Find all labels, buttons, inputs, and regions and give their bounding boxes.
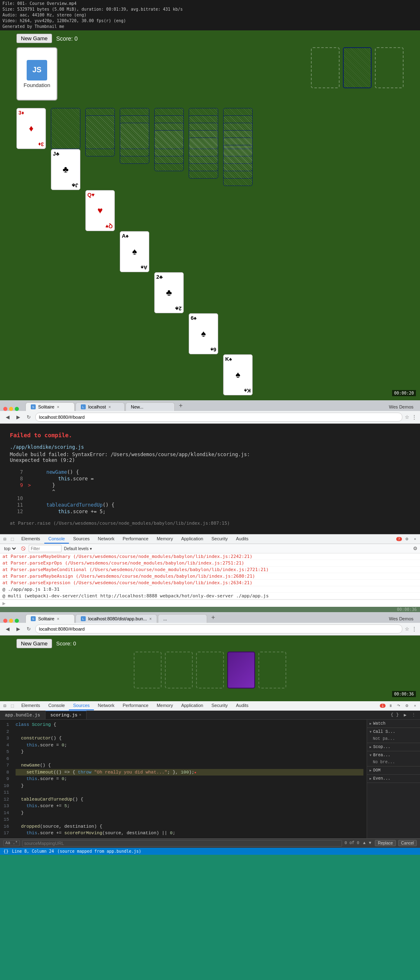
devtools-tab-memory-1[interactable]: Memory (153, 535, 177, 544)
devtools2-tab-memory[interactable]: Memory (153, 701, 177, 710)
minimize-window-button[interactable] (9, 407, 13, 411)
settings-button-1[interactable]: ⋮ (412, 414, 417, 420)
search-options[interactable]: Aa .* (3, 840, 20, 846)
sources-more-button[interactable]: ⋮ (410, 711, 418, 718)
devtools2-settings-button[interactable]: ⚙ (404, 702, 410, 709)
close-window-button-2[interactable] (3, 619, 7, 623)
sources-tab-app-bundle[interactable]: app.bundle.js (0, 711, 46, 719)
new-tab-button-2[interactable]: + (208, 614, 218, 623)
maximize-window-button[interactable] (15, 407, 19, 411)
forward-button-2[interactable]: ▶ (14, 625, 22, 633)
devtools-tab-application-1[interactable]: Application (177, 535, 208, 544)
console-filter-input[interactable] (29, 545, 62, 552)
devtools-inspect-button-2[interactable]: ⬚ (9, 702, 16, 709)
minimize-window-button-2[interactable] (9, 619, 13, 623)
console-input[interactable] (7, 601, 418, 606)
code-editor[interactable]: class Scoring { constructor() { this.sco… (12, 720, 367, 838)
devtools2-step-button[interactable]: ↷ (395, 702, 402, 709)
tableau-col-2: J♣ ♣ J♣ (51, 108, 83, 395)
settings-button-2[interactable]: ⋮ (412, 626, 417, 632)
devtools-tab-security-1[interactable]: Security (207, 535, 232, 544)
search-prev-button[interactable]: ▲ (362, 840, 367, 846)
card-K-spades[interactable]: K♠ ♠ K♠ (223, 354, 253, 395)
devtools2-tab-console[interactable]: Console (44, 701, 69, 710)
clear-console-button[interactable]: 🚫 (20, 545, 26, 552)
devtools2-close-button[interactable]: × (412, 702, 418, 709)
devtools-dock-button-2[interactable]: ⊟ (2, 702, 8, 709)
console-settings-button[interactable]: ⚙ (413, 546, 418, 551)
js-foundation-card[interactable]: JS Foundation (16, 47, 57, 101)
address-bar-2[interactable]: localhost:8080/#/board (35, 624, 402, 633)
search-input-sources[interactable] (22, 840, 342, 847)
back-button-2[interactable]: ◀ (3, 625, 11, 633)
tab-close-localhost[interactable]: × (108, 405, 111, 409)
rp-watch-header[interactable]: ▶ Watch (367, 720, 420, 728)
tab-new-1[interactable]: New... (126, 402, 175, 411)
tab-solitaire-1[interactable]: S Solitaire × (25, 402, 75, 411)
sources-format-button[interactable]: { } (389, 711, 401, 718)
rp-dom-header[interactable]: ▶ DOM (367, 767, 420, 774)
devtools-dock-button[interactable]: ⊟ (2, 536, 8, 542)
devtools-tab-audits-1[interactable]: Audits (232, 535, 253, 544)
rp-call-stack-header[interactable]: ▼ Call S... (367, 728, 420, 736)
profile-button-1[interactable]: Wes Demos (386, 403, 417, 411)
card-2-clubs[interactable]: 2♣ ♣ 2♣ (154, 272, 184, 313)
cancel-search-button[interactable]: Cancel (398, 840, 417, 846)
card-back-col2[interactable] (51, 108, 80, 149)
tab-close-solitaire[interactable]: × (57, 405, 59, 409)
tab-close-solitaire-2[interactable]: × (57, 617, 59, 621)
bookmark-button-2[interactable]: ☆ (405, 626, 409, 632)
devtools2-tab-network[interactable]: Network (94, 701, 119, 710)
replace-button[interactable]: Replace (375, 840, 396, 846)
devtools2-pause-button[interactable]: ⏸ (387, 702, 394, 709)
card-J-clubs[interactable]: J♣ ♣ J♣ (51, 149, 80, 190)
game2-card-purple[interactable] (227, 652, 255, 689)
tab-localhost-1[interactable]: L localhost × (75, 402, 125, 411)
address-bar-1[interactable]: localhost:8080/#/board (35, 413, 402, 422)
rp-breakpoints-header[interactable]: ▼ Brea... (367, 751, 420, 759)
profile-button-2[interactable]: Wes Demos (386, 615, 417, 623)
close-window-button[interactable] (3, 407, 7, 411)
back-button-1[interactable]: ◀ (3, 413, 11, 421)
sources-tab-scoring[interactable]: scoring.js × (46, 711, 87, 719)
devtools-tab-sources-1[interactable]: Sources (69, 535, 94, 544)
tab-solitaire-2[interactable]: S Solitaire × (25, 614, 75, 623)
card-Q-hearts[interactable]: Q♥ ♥ Q♥ (85, 190, 115, 231)
new-game-button-1[interactable]: New Game (16, 34, 52, 43)
refresh-button-2[interactable]: ↻ (25, 625, 33, 633)
new-game-button-2[interactable]: New Game (16, 639, 52, 648)
tab-extra-2[interactable]: ... (158, 614, 207, 623)
refresh-button-1[interactable]: ↻ (25, 413, 33, 421)
rp-scope-header[interactable]: ▶ Scop... (367, 743, 420, 751)
forward-button-1[interactable]: ▶ (14, 413, 22, 421)
devtools-close-button[interactable]: × (412, 536, 418, 542)
sources-tab-close-scoring[interactable]: × (79, 713, 81, 717)
devtools-tab-console[interactable]: Console (44, 535, 69, 544)
tab-close-localhost-2[interactable]: × (149, 617, 152, 621)
context-selector[interactable]: top (2, 546, 17, 551)
devtools2-tab-security[interactable]: Security (207, 701, 232, 710)
sources-run-button[interactable]: ▶ (402, 711, 408, 718)
bookmark-button-1[interactable]: ☆ (405, 414, 409, 420)
search-next-button[interactable]: ▼ (368, 840, 372, 846)
maximize-window-button-2[interactable] (15, 619, 19, 623)
devtools-settings-button[interactable]: ⚙ (404, 536, 410, 542)
devtools2-tab-sources[interactable]: Sources (69, 701, 94, 710)
devtools2-tab-elements[interactable]: Elements (17, 701, 44, 710)
tab-localhost-2[interactable]: L localhost:8080/dist/app.bun... × (75, 614, 157, 623)
rp-event-listeners-header[interactable]: ▶ Even... (367, 775, 420, 783)
format-icon[interactable]: {} (3, 849, 9, 854)
devtools2-tab-application[interactable]: Application (177, 701, 208, 710)
stock-card-back[interactable] (343, 47, 372, 88)
card-A-spades[interactable]: A♠ ♠ A♠ (120, 231, 149, 272)
new-tab-button-1[interactable]: + (176, 402, 186, 411)
card-6-spades[interactable]: 6♠ ♠ 6♠ (189, 313, 218, 354)
default-levels-selector[interactable]: Default levels ▾ (64, 546, 92, 551)
devtools-inspect-button[interactable]: ⬚ (9, 536, 16, 542)
devtools-tab-elements[interactable]: Elements (17, 535, 44, 544)
devtools-tab-performance-1[interactable]: Performance (119, 535, 153, 544)
devtools2-tab-audits[interactable]: Audits (232, 701, 253, 710)
card-3-diamonds[interactable]: 3♦ ♦ 3♦ (16, 108, 46, 149)
devtools-tab-network-1[interactable]: Network (94, 535, 119, 544)
devtools2-tab-performance[interactable]: Performance (119, 701, 153, 710)
